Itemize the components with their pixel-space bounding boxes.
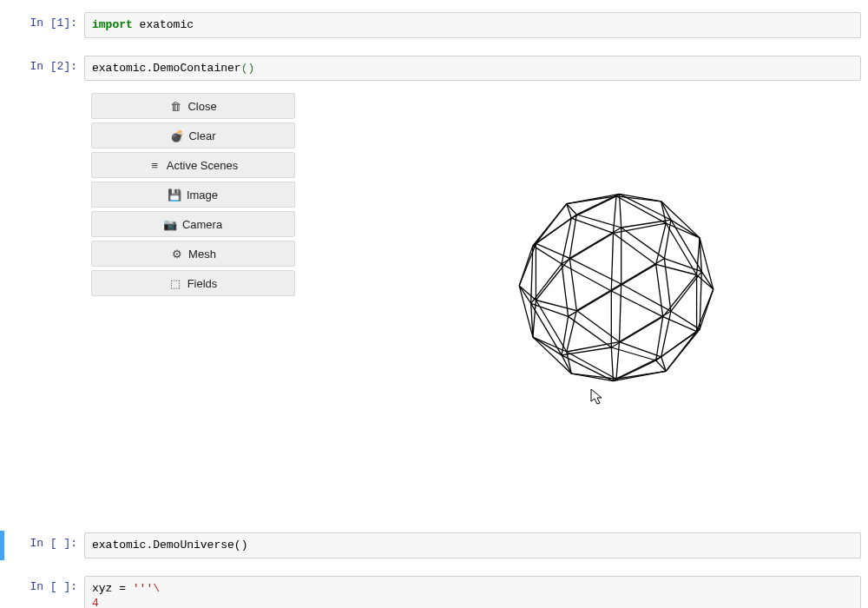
- svg-line-22: [576, 194, 619, 215]
- trash-icon: 🗑: [169, 100, 182, 113]
- svg-line-37: [656, 264, 697, 274]
- button-label: Close: [187, 100, 216, 113]
- svg-line-36: [661, 202, 700, 238]
- cell-output: 🗑 Close 💣 Clear ≡ Active Scenes 💾 Image …: [0, 86, 861, 527]
- input-prompt: In [ ]:: [10, 576, 84, 593]
- clear-button[interactable]: 💣 Clear: [91, 122, 295, 149]
- svg-line-89: [567, 352, 616, 379]
- svg-line-25: [536, 215, 576, 243]
- code-cell-1[interactable]: In [1]: import exatomic: [0, 10, 861, 40]
- svg-line-119: [671, 220, 700, 238]
- button-label: Camera: [182, 218, 222, 231]
- bomb-icon: 💣: [170, 129, 183, 142]
- svg-line-107: [663, 275, 697, 317]
- svg-line-2: [571, 218, 613, 233]
- code-editor[interactable]: xyz = '''\ 4: [84, 576, 861, 608]
- svg-line-112: [533, 337, 567, 352]
- camera-icon: 📷: [164, 218, 177, 231]
- active-scenes-button[interactable]: ≡ Active Scenes: [91, 152, 295, 178]
- svg-line-81: [614, 360, 656, 381]
- svg-line-14: [616, 196, 666, 223]
- svg-line-77: [666, 332, 696, 372]
- svg-line-8: [611, 264, 655, 291]
- menu-icon: ≡: [148, 159, 161, 172]
- widget-button-stack: 🗑 Close 💣 Clear ≡ Active Scenes 💾 Image …: [91, 93, 295, 296]
- button-label: Fields: [187, 277, 218, 290]
- button-label: Active Scenes: [167, 159, 238, 172]
- camera-button[interactable]: 📷 Camera: [91, 211, 295, 237]
- code-cell-3[interactable]: In [ ]: exatomic.DemoUniverse(): [0, 531, 861, 560]
- svg-line-66: [620, 194, 671, 220]
- notebook: In [1]: import exatomic In [2]: exatomic…: [0, 0, 868, 608]
- input-prompt: In [ ]:: [10, 532, 84, 550]
- code-text: exatomic.DemoContainer: [92, 62, 241, 75]
- svg-line-62: [569, 258, 576, 310]
- image-button[interactable]: 💾 Image: [91, 182, 295, 208]
- svg-line-60: [536, 301, 576, 311]
- svg-line-98: [621, 284, 671, 311]
- svg-line-26: [536, 204, 566, 244]
- save-icon: 💾: [168, 188, 181, 202]
- svg-line-113: [533, 301, 536, 338]
- close-button[interactable]: 🗑 Close: [91, 93, 295, 119]
- code-paren: (): [241, 62, 255, 75]
- code-cell-4[interactable]: In [ ]: xyz = '''\ 4: [0, 574, 861, 608]
- code-text: exatomic: [133, 18, 194, 31]
- svg-line-101: [664, 259, 701, 272]
- widget-panel: 🗑 Close 💣 Clear ≡ Active Scenes 💾 Image …: [84, 86, 861, 527]
- cube-icon: ⬚: [169, 277, 182, 290]
- svg-line-35: [666, 223, 700, 238]
- svg-line-96: [620, 284, 621, 342]
- code-editor[interactable]: exatomic.DemoUniverse(): [84, 532, 861, 558]
- code-editor[interactable]: exatomic.DemoContainer(): [84, 56, 861, 82]
- mesh-button[interactable]: ⚙ Mesh: [91, 241, 295, 267]
- button-label: Clear: [188, 129, 215, 142]
- code-editor[interactable]: import exatomic: [84, 12, 861, 38]
- code-cell-2[interactable]: In [2]: exatomic.DemoContainer(): [0, 54, 861, 83]
- svg-line-29: [519, 243, 536, 286]
- svg-line-4: [562, 264, 611, 291]
- button-label: Image: [187, 188, 218, 202]
- svg-line-118: [671, 220, 701, 272]
- svg-line-86: [616, 342, 620, 380]
- input-prompt: In [2]:: [10, 56, 84, 73]
- svg-line-78: [656, 332, 697, 360]
- svg-line-87: [620, 342, 661, 357]
- svg-line-108: [562, 355, 613, 381]
- svg-line-55: [533, 337, 571, 373]
- svg-line-95: [576, 284, 621, 311]
- svg-line-97: [664, 259, 671, 312]
- wireframe-sphere: [512, 183, 720, 392]
- button-label: Mesh: [188, 248, 216, 261]
- svg-line-34: [531, 303, 569, 316]
- input-prompt: In [1]:: [10, 12, 84, 30]
- svg-line-54: [533, 337, 562, 355]
- svg-line-43: [656, 264, 663, 316]
- code-text: xyz =: [92, 582, 133, 595]
- svg-line-116: [569, 228, 621, 258]
- svg-line-9: [614, 196, 617, 234]
- svg-line-7: [611, 233, 613, 291]
- string-literal: '''\: [133, 582, 160, 595]
- three-scene[interactable]: [304, 93, 861, 527]
- svg-line-75: [700, 289, 713, 329]
- svg-line-42: [611, 291, 662, 317]
- string-literal: 4: [92, 597, 99, 608]
- gear-icon: ⚙: [170, 248, 183, 261]
- keyword-import: import: [92, 18, 133, 31]
- svg-line-61: [536, 258, 569, 300]
- fields-button[interactable]: ⬚ Fields: [91, 270, 295, 296]
- svg-line-115: [569, 258, 621, 284]
